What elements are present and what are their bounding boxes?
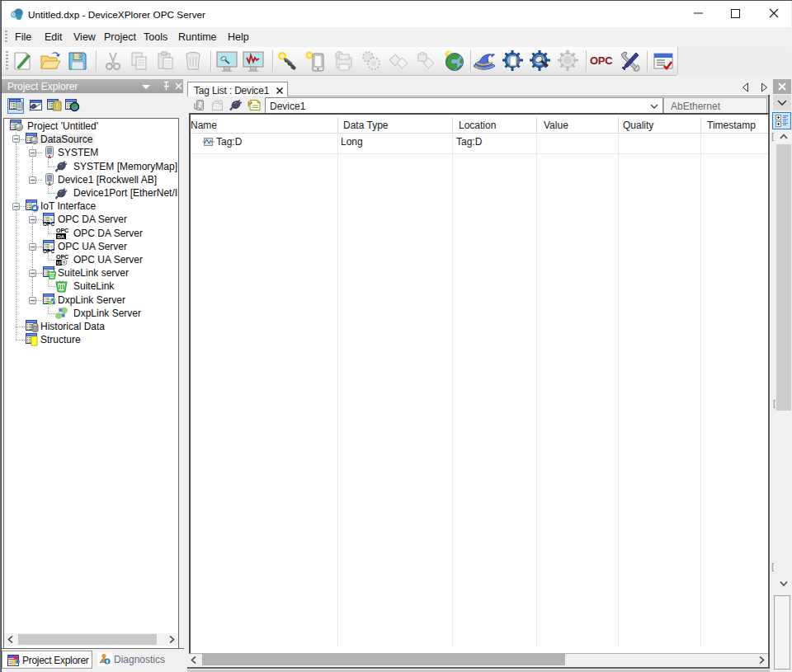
svg-text:OPC: OPC xyxy=(43,221,54,226)
svg-text:DA: DA xyxy=(58,234,65,239)
svg-text:OPC: OPC xyxy=(56,254,68,260)
svg-text:OPC: OPC xyxy=(43,248,54,253)
svg-text:U: U xyxy=(57,261,60,266)
svg-text:OPC: OPC xyxy=(56,228,68,233)
